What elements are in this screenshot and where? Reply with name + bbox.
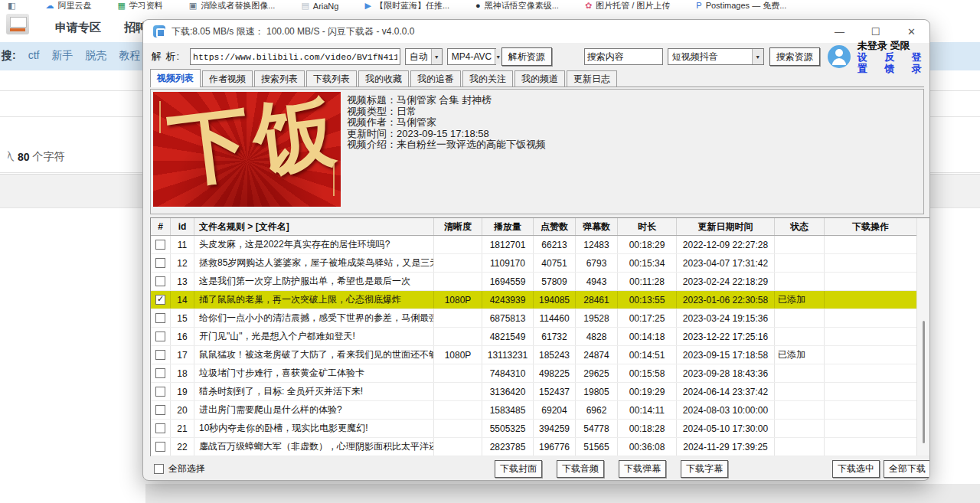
- window-titlebar[interactable]: 下载:8.05 MB/s 限速： 100.00 MB/S - 闪豆下载器 - v…: [143, 20, 929, 43]
- cell-quality: [434, 383, 482, 400]
- mode-select[interactable]: 自动 ▼: [405, 48, 443, 65]
- cell-duration: 00:11:28: [618, 273, 677, 290]
- cell-updated: 2023-02-24 22:18:29: [677, 273, 775, 290]
- row-checkbox[interactable]: [155, 442, 165, 452]
- tab[interactable]: 视频列表: [150, 69, 201, 87]
- select-all-control[interactable]: 全部选择: [154, 462, 205, 475]
- format-select[interactable]: MP4-AVC ▼: [447, 48, 496, 65]
- bookmark-item[interactable]: ☁ 阿里云盘: [45, 0, 91, 11]
- bookmark-item[interactable]: ▤ AriaNg: [301, 2, 338, 11]
- tab[interactable]: 我的频道: [514, 70, 565, 87]
- table-row[interactable]: 19 猎杀时刻到了，目标: 全员歼灭并活下来! 3136420 152437 1…: [151, 383, 929, 401]
- table-row[interactable]: 12 拯救85岁网购达人婆婆家，屋子被堆成菜鸟驿站，又是三天 1109170 4…: [151, 254, 929, 273]
- table-header-cell[interactable]: #: [151, 218, 171, 235]
- table-row[interactable]: 21 10秒内夺走你的卧槽，现实比电影更魔幻! 5505325 394259 5…: [151, 420, 929, 438]
- table-row[interactable]: 18 垃圾堵门寸步难行，喜获黄金矿工体验卡 7484310 498225 296…: [151, 364, 929, 383]
- scrollbar-thumb[interactable]: [923, 321, 925, 443]
- tab[interactable]: 更新日志: [567, 70, 617, 87]
- cell-id: 12: [171, 254, 194, 272]
- hot-search-link[interactable]: ctf: [28, 49, 40, 63]
- row-checkbox[interactable]: [155, 313, 165, 323]
- table-header-cell[interactable]: 文件名规则 > [文件名]: [194, 218, 434, 235]
- download-button[interactable]: 全部下载: [884, 460, 930, 478]
- row-checkbox[interactable]: [155, 276, 165, 286]
- tab[interactable]: 我的收藏: [358, 70, 409, 87]
- tab[interactable]: 下载列表: [306, 70, 357, 87]
- hot-search-link[interactable]: 脱壳: [85, 49, 106, 63]
- row-checkbox[interactable]: [155, 387, 165, 397]
- table-scrollbar[interactable]: [916, 218, 929, 456]
- video-info-line: 视频作者：马俐管家: [347, 117, 546, 129]
- page-nav-link[interactable]: 申请专区: [55, 21, 101, 35]
- bookmark-item[interactable]: ▦ 学习资料: [117, 0, 162, 11]
- download-button[interactable]: 下载字幕: [681, 460, 728, 478]
- cell-id: 22: [171, 438, 194, 456]
- download-button[interactable]: 下载封面: [495, 460, 542, 478]
- row-checkbox[interactable]: [155, 258, 165, 268]
- tab[interactable]: 搜索列表: [254, 70, 305, 87]
- row-checkbox[interactable]: [155, 295, 165, 305]
- download-button[interactable]: 下载弹幕: [619, 460, 666, 478]
- row-checkbox[interactable]: [155, 368, 165, 378]
- bookmark-item[interactable]: ◧: [8, 2, 19, 10]
- table-row[interactable]: 20 进出房门需要爬山是什么样的体验? 1583485 69204 6962 0…: [151, 401, 929, 420]
- download-button[interactable]: 下载音频: [557, 460, 604, 478]
- search-resource-button[interactable]: 搜索资源: [769, 47, 820, 66]
- cell-plays: 1812701: [482, 236, 534, 253]
- url-input[interactable]: [190, 48, 400, 65]
- table-row[interactable]: 15 给你们一点小小的清洁震撼，感受下世界的参差，马俐最强 6875813 11…: [151, 309, 929, 328]
- bookmark-item[interactable]: ✿ 图片托管 / 图片上传: [585, 0, 670, 11]
- table-row[interactable]: 11 头皮发麻，这是2022年真实存在的居住环境吗? 1812701 66213…: [151, 236, 929, 254]
- table-header-cell[interactable]: 状态: [775, 218, 825, 235]
- window-footer: 全部选择 下载封面 下载音频 下载弹幕 下载字幕 下载选中 全部下载: [143, 458, 929, 479]
- row-checkbox[interactable]: [155, 350, 165, 360]
- table-row[interactable]: 13 这是我们第一次穿上防护服出单，希望也是最后一次 1694559 57809…: [151, 273, 929, 291]
- hot-search-link[interactable]: 教程: [119, 49, 140, 63]
- download-button[interactable]: 下载选中: [832, 460, 880, 478]
- hot-search-link[interactable]: 新手: [51, 49, 73, 63]
- table-header-cell[interactable]: 时长: [618, 218, 677, 235]
- cell-quality: [434, 236, 482, 253]
- video-info-line: 视频类型：日常: [347, 106, 546, 118]
- table-row[interactable]: 22 鏖战百万级蟑螂大军（非虚数），心理阴影面积比太平洋还 2823785 19…: [151, 438, 929, 456]
- parse-resource-button[interactable]: 解析资源: [501, 47, 552, 66]
- source-select[interactable]: 短视频抖音 ▼: [668, 48, 764, 65]
- row-checkbox[interactable]: [155, 332, 165, 341]
- table-row[interactable]: 14 捅了鼠鼠的老巢，再一次突破上限，心态彻底爆炸 1080P 4243939 …: [151, 291, 929, 309]
- cell-danmaku: 12483: [576, 236, 618, 253]
- select-all-checkbox[interactable]: [154, 464, 164, 474]
- minimize-button[interactable]: —: [822, 20, 858, 43]
- tab[interactable]: 我的关注: [462, 70, 513, 87]
- downloader-window: 下载:8.05 MB/s 限速： 100.00 MB/S - 闪豆下载器 - v…: [142, 19, 930, 481]
- cell-download-action: [825, 291, 916, 309]
- table-row[interactable]: 17 鼠鼠猛攻！被这老房破了大防了，看来我们见的世面还不够 1080P 1311…: [151, 346, 929, 364]
- row-checkbox[interactable]: [155, 405, 165, 415]
- bookmark-item[interactable]: ▶ 【限时蓝海】任推...: [364, 0, 449, 11]
- bookmark-item[interactable]: P Postimages — 免费...: [696, 0, 786, 11]
- cell-updated: 2023-09-15 17:18:58: [677, 346, 775, 364]
- tab[interactable]: 作者视频: [202, 70, 253, 87]
- avatar[interactable]: [828, 45, 851, 68]
- table-header-cell[interactable]: 弹幕数: [576, 218, 618, 235]
- table-header-cell[interactable]: 更新日期时间: [677, 218, 775, 235]
- tab[interactable]: 我的追番: [410, 70, 461, 87]
- cell-title: 鏖战百万级蟑螂大军（非虚数），心理阴影面积比太平洋还: [194, 438, 434, 456]
- cell-id: 17: [171, 346, 194, 364]
- table-row[interactable]: 16 开门见"山"，光是想入个户都难如登天! 4821549 61732 482…: [151, 328, 929, 346]
- bookmark-item[interactable]: ▣ 消除或者替换图像...: [189, 0, 276, 11]
- cell-likes: 498225: [534, 364, 576, 382]
- cell-quality: 1080P: [434, 291, 482, 309]
- table-header-cell[interactable]: 点赞数: [534, 218, 576, 235]
- row-checkbox[interactable]: [155, 240, 165, 250]
- table-header-cell[interactable]: 清晰度: [434, 218, 482, 235]
- search-input[interactable]: [584, 48, 663, 65]
- row-checkbox[interactable]: [155, 423, 165, 433]
- cell-quality: [434, 438, 482, 456]
- bookmark-item[interactable]: ● 黑神话悟空像素级...: [475, 0, 559, 11]
- table-header-cell[interactable]: 播放量: [482, 218, 534, 235]
- cell-danmaku: 51565: [576, 438, 618, 456]
- cell-title: 开门见"山"，光是想入个户都难如登天!: [194, 328, 434, 345]
- table-header-cell[interactable]: 下载操作: [825, 218, 916, 235]
- cell-danmaku: 4828: [576, 328, 618, 345]
- table-header-cell[interactable]: id: [171, 218, 194, 235]
